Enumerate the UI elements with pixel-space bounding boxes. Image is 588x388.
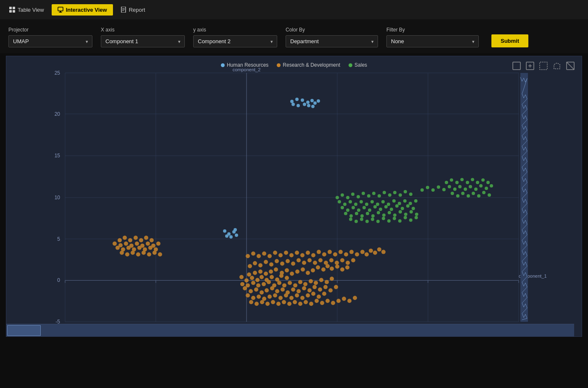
svg-point-326 <box>460 178 464 181</box>
svg-point-104 <box>251 281 255 285</box>
svg-point-195 <box>257 254 261 258</box>
svg-point-324 <box>450 178 453 182</box>
reset-icon[interactable] <box>566 61 575 72</box>
svg-point-75 <box>255 278 260 282</box>
svg-point-266 <box>409 193 412 196</box>
svg-point-154 <box>255 302 259 306</box>
svg-point-81 <box>285 276 289 280</box>
svg-point-126 <box>275 289 279 293</box>
svg-point-166 <box>320 301 324 305</box>
chart-legend: Human Resources Research & Development S… <box>221 62 367 68</box>
human-resources-label: Human Resources <box>227 62 268 68</box>
yaxis-select[interactable]: Component 1 Component 2 Component 3 <box>193 35 277 47</box>
svg-point-133 <box>312 285 317 289</box>
svg-point-271 <box>360 200 363 203</box>
svg-point-182 <box>297 258 301 263</box>
svg-point-223 <box>134 236 138 240</box>
svg-point-340 <box>490 184 493 187</box>
pan-icon[interactable] <box>525 61 535 72</box>
svg-point-238 <box>126 246 131 250</box>
legend-rd: Research & Development <box>277 62 340 68</box>
svg-point-177 <box>269 263 273 267</box>
svg-point-231 <box>135 242 139 246</box>
svg-point-342 <box>456 194 459 198</box>
colorby-label: Color By <box>286 27 378 33</box>
svg-point-295 <box>412 207 415 210</box>
xaxis-select[interactable]: Component 1 Component 2 Component 3 <box>101 35 185 47</box>
svg-point-314 <box>371 218 374 221</box>
svg-point-300 <box>366 212 369 215</box>
svg-point-156 <box>265 302 270 306</box>
svg-text:20: 20 <box>55 111 60 117</box>
interactive-view-button[interactable]: Interactive View <box>52 4 113 16</box>
filterby-control: Filter By None Department Age Gender <box>386 27 479 47</box>
svg-point-54 <box>295 98 299 101</box>
xaxis-label: X axis <box>101 27 185 33</box>
svg-point-102 <box>240 282 244 286</box>
svg-point-204 <box>306 251 310 255</box>
svg-point-170 <box>342 297 346 301</box>
chart-toolbar <box>512 61 575 72</box>
svg-point-157 <box>271 300 275 304</box>
report-button[interactable]: Report <box>115 4 151 16</box>
svg-point-153 <box>249 300 253 304</box>
svg-point-213 <box>355 253 359 257</box>
svg-point-252 <box>336 196 339 199</box>
projector-select[interactable]: UMAP PCA t-SNE <box>8 35 92 47</box>
legend-sales: Sales <box>349 62 367 68</box>
filterby-select[interactable]: None Department Age Gender <box>386 35 479 47</box>
svg-point-244 <box>120 251 124 255</box>
svg-point-339 <box>485 187 488 190</box>
svg-point-116 <box>314 281 318 285</box>
svg-point-219 <box>381 250 386 254</box>
svg-point-121 <box>249 289 253 293</box>
polygon-select-icon[interactable] <box>552 61 562 72</box>
svg-text:0: 0 <box>57 277 60 283</box>
svg-point-117 <box>319 278 323 282</box>
svg-point-148 <box>300 296 304 300</box>
svg-point-263 <box>393 191 396 194</box>
submit-button[interactable]: Submit <box>491 34 528 47</box>
svg-point-174 <box>253 261 257 266</box>
svg-point-142 <box>268 294 272 299</box>
bottom-scrollbar[interactable] <box>6 324 574 336</box>
svg-point-100 <box>340 267 344 271</box>
svg-point-139 <box>251 296 255 300</box>
svg-point-248 <box>142 251 146 255</box>
svg-point-287 <box>368 208 371 212</box>
svg-point-226 <box>150 238 154 242</box>
svg-point-270 <box>354 203 357 206</box>
svg-rect-6 <box>59 12 62 13</box>
colorby-select[interactable]: Department Age Gender JobRole <box>286 35 378 47</box>
svg-point-113 <box>298 280 302 284</box>
table-view-label: Table View <box>18 7 44 13</box>
svg-point-212 <box>349 250 354 254</box>
svg-point-140 <box>257 294 261 299</box>
svg-point-277 <box>392 199 396 203</box>
svg-point-149 <box>306 293 310 297</box>
svg-point-109 <box>277 281 281 285</box>
svg-point-105 <box>256 283 260 287</box>
svg-point-215 <box>365 253 369 257</box>
svg-text:5: 5 <box>57 236 60 242</box>
svg-point-246 <box>131 251 135 255</box>
svg-point-62 <box>291 103 295 106</box>
lasso-select-icon[interactable] <box>539 61 548 72</box>
box-select-icon[interactable] <box>512 61 521 72</box>
svg-point-164 <box>309 302 313 306</box>
svg-point-56 <box>306 101 310 104</box>
svg-point-286 <box>362 206 366 209</box>
svg-point-186 <box>318 258 323 263</box>
table-view-button[interactable]: Table View <box>3 4 50 16</box>
scrollbar-thumb[interactable] <box>7 325 41 336</box>
svg-point-335 <box>464 187 467 191</box>
svg-point-185 <box>313 261 317 265</box>
svg-point-73 <box>250 276 254 280</box>
svg-point-55 <box>301 99 304 102</box>
svg-point-64 <box>311 105 315 108</box>
svg-point-251 <box>158 253 162 257</box>
svg-point-89 <box>285 268 289 272</box>
svg-point-260 <box>378 194 381 198</box>
svg-point-180 <box>286 259 290 263</box>
svg-point-70 <box>225 234 228 238</box>
